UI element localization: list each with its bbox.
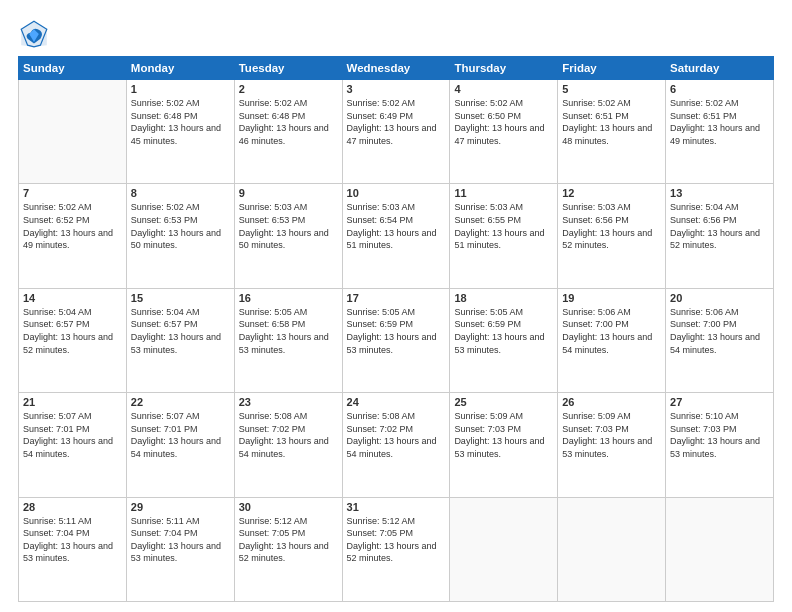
day-cell: 22 Sunrise: 5:07 AM Sunset: 7:01 PM Dayl… [126,393,234,497]
header [18,18,774,50]
daylight-label: Daylight: 13 hours and 53 minutes. [131,332,221,355]
header-cell-thursday: Thursday [450,57,558,80]
daylight-label: Daylight: 13 hours and 53 minutes. [131,541,221,564]
sunrise-label: Sunrise: 5:12 AM [347,516,416,526]
daylight-label: Daylight: 13 hours and 52 minutes. [239,541,329,564]
week-row-3: 14 Sunrise: 5:04 AM Sunset: 6:57 PM Dayl… [19,288,774,392]
day-info: Sunrise: 5:08 AM Sunset: 7:02 PM Dayligh… [239,410,338,460]
day-number: 27 [670,396,769,408]
sunset-label: Sunset: 7:02 PM [239,424,306,434]
daylight-label: Daylight: 13 hours and 52 minutes. [670,228,760,251]
daylight-label: Daylight: 13 hours and 47 minutes. [454,123,544,146]
day-cell: 3 Sunrise: 5:02 AM Sunset: 6:49 PM Dayli… [342,80,450,184]
day-number: 22 [131,396,230,408]
day-cell [666,497,774,601]
sunset-label: Sunset: 6:52 PM [23,215,90,225]
day-cell: 20 Sunrise: 5:06 AM Sunset: 7:00 PM Dayl… [666,288,774,392]
sunrise-label: Sunrise: 5:10 AM [670,411,739,421]
day-cell: 29 Sunrise: 5:11 AM Sunset: 7:04 PM Dayl… [126,497,234,601]
day-cell: 9 Sunrise: 5:03 AM Sunset: 6:53 PM Dayli… [234,184,342,288]
day-info: Sunrise: 5:02 AM Sunset: 6:49 PM Dayligh… [347,97,446,147]
sunset-label: Sunset: 7:00 PM [562,319,629,329]
sunset-label: Sunset: 7:03 PM [562,424,629,434]
day-cell [450,497,558,601]
sunset-label: Sunset: 6:59 PM [347,319,414,329]
sunset-label: Sunset: 7:02 PM [347,424,414,434]
sunrise-label: Sunrise: 5:03 AM [239,202,308,212]
day-info: Sunrise: 5:09 AM Sunset: 7:03 PM Dayligh… [562,410,661,460]
daylight-label: Daylight: 13 hours and 54 minutes. [347,436,437,459]
daylight-label: Daylight: 13 hours and 53 minutes. [454,436,544,459]
day-info: Sunrise: 5:02 AM Sunset: 6:53 PM Dayligh… [131,201,230,251]
daylight-label: Daylight: 13 hours and 53 minutes. [23,541,113,564]
day-cell: 4 Sunrise: 5:02 AM Sunset: 6:50 PM Dayli… [450,80,558,184]
day-number: 18 [454,292,553,304]
day-cell: 28 Sunrise: 5:11 AM Sunset: 7:04 PM Dayl… [19,497,127,601]
day-cell: 23 Sunrise: 5:08 AM Sunset: 7:02 PM Dayl… [234,393,342,497]
sunrise-label: Sunrise: 5:02 AM [670,98,739,108]
sunrise-label: Sunrise: 5:04 AM [131,307,200,317]
sunset-label: Sunset: 7:01 PM [131,424,198,434]
day-number: 26 [562,396,661,408]
day-info: Sunrise: 5:12 AM Sunset: 7:05 PM Dayligh… [347,515,446,565]
day-number: 17 [347,292,446,304]
day-cell: 18 Sunrise: 5:05 AM Sunset: 6:59 PM Dayl… [450,288,558,392]
week-row-1: 1 Sunrise: 5:02 AM Sunset: 6:48 PM Dayli… [19,80,774,184]
sunset-label: Sunset: 7:04 PM [131,528,198,538]
daylight-label: Daylight: 13 hours and 53 minutes. [239,332,329,355]
sunrise-label: Sunrise: 5:07 AM [23,411,92,421]
day-info: Sunrise: 5:07 AM Sunset: 7:01 PM Dayligh… [23,410,122,460]
day-info: Sunrise: 5:05 AM Sunset: 6:59 PM Dayligh… [347,306,446,356]
sunset-label: Sunset: 6:50 PM [454,111,521,121]
day-number: 12 [562,187,661,199]
day-number: 3 [347,83,446,95]
day-cell: 5 Sunrise: 5:02 AM Sunset: 6:51 PM Dayli… [558,80,666,184]
sunrise-label: Sunrise: 5:06 AM [670,307,739,317]
day-number: 29 [131,501,230,513]
day-number: 8 [131,187,230,199]
day-cell: 16 Sunrise: 5:05 AM Sunset: 6:58 PM Dayl… [234,288,342,392]
sunrise-label: Sunrise: 5:02 AM [239,98,308,108]
day-info: Sunrise: 5:02 AM Sunset: 6:48 PM Dayligh… [239,97,338,147]
week-row-5: 28 Sunrise: 5:11 AM Sunset: 7:04 PM Dayl… [19,497,774,601]
sunrise-label: Sunrise: 5:02 AM [23,202,92,212]
day-number: 7 [23,187,122,199]
daylight-label: Daylight: 13 hours and 53 minutes. [347,332,437,355]
week-row-4: 21 Sunrise: 5:07 AM Sunset: 7:01 PM Dayl… [19,393,774,497]
day-number: 30 [239,501,338,513]
day-info: Sunrise: 5:05 AM Sunset: 6:59 PM Dayligh… [454,306,553,356]
daylight-label: Daylight: 13 hours and 54 minutes. [239,436,329,459]
daylight-label: Daylight: 13 hours and 52 minutes. [562,228,652,251]
day-cell: 19 Sunrise: 5:06 AM Sunset: 7:00 PM Dayl… [558,288,666,392]
day-info: Sunrise: 5:03 AM Sunset: 6:54 PM Dayligh… [347,201,446,251]
day-info: Sunrise: 5:02 AM Sunset: 6:48 PM Dayligh… [131,97,230,147]
day-info: Sunrise: 5:02 AM Sunset: 6:52 PM Dayligh… [23,201,122,251]
day-cell: 8 Sunrise: 5:02 AM Sunset: 6:53 PM Dayli… [126,184,234,288]
header-cell-monday: Monday [126,57,234,80]
day-number: 13 [670,187,769,199]
sunset-label: Sunset: 6:51 PM [670,111,737,121]
day-cell: 7 Sunrise: 5:02 AM Sunset: 6:52 PM Dayli… [19,184,127,288]
daylight-label: Daylight: 13 hours and 53 minutes. [670,436,760,459]
day-info: Sunrise: 5:02 AM Sunset: 6:50 PM Dayligh… [454,97,553,147]
logo-icon [18,18,50,50]
day-cell: 31 Sunrise: 5:12 AM Sunset: 7:05 PM Dayl… [342,497,450,601]
sunrise-label: Sunrise: 5:09 AM [454,411,523,421]
sunset-label: Sunset: 7:04 PM [23,528,90,538]
sunset-label: Sunset: 7:05 PM [239,528,306,538]
sunrise-label: Sunrise: 5:03 AM [347,202,416,212]
day-cell: 12 Sunrise: 5:03 AM Sunset: 6:56 PM Dayl… [558,184,666,288]
daylight-label: Daylight: 13 hours and 54 minutes. [562,332,652,355]
day-number: 11 [454,187,553,199]
daylight-label: Daylight: 13 hours and 53 minutes. [562,436,652,459]
sunrise-label: Sunrise: 5:11 AM [23,516,92,526]
daylight-label: Daylight: 13 hours and 50 minutes. [131,228,221,251]
sunrise-label: Sunrise: 5:07 AM [131,411,200,421]
day-info: Sunrise: 5:09 AM Sunset: 7:03 PM Dayligh… [454,410,553,460]
day-number: 4 [454,83,553,95]
daylight-label: Daylight: 13 hours and 51 minutes. [454,228,544,251]
day-info: Sunrise: 5:11 AM Sunset: 7:04 PM Dayligh… [131,515,230,565]
day-number: 1 [131,83,230,95]
day-cell [558,497,666,601]
day-cell: 1 Sunrise: 5:02 AM Sunset: 6:48 PM Dayli… [126,80,234,184]
